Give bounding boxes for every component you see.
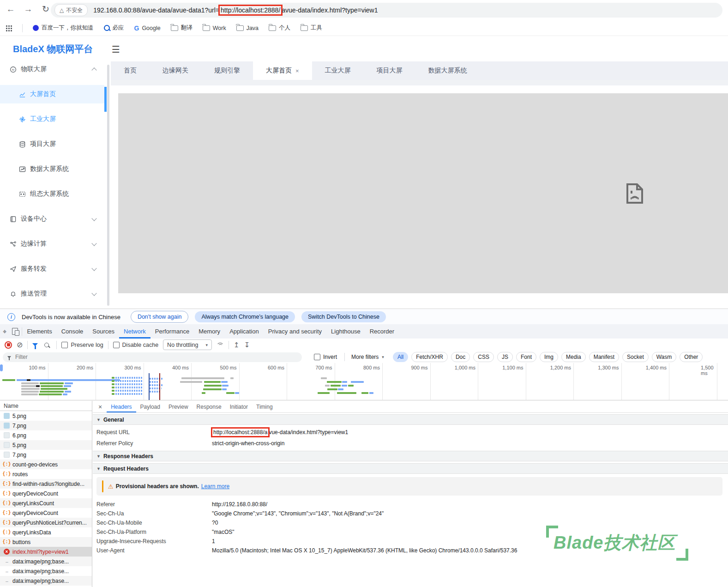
- request-row[interactable]: --data:image/png;base...: [0, 557, 92, 566]
- devtools-tab-lighthouse[interactable]: Lighthouse: [326, 324, 365, 339]
- workspace-tab-3[interactable]: 大屏首页×: [253, 61, 312, 80]
- filter-type-all[interactable]: All: [393, 352, 408, 362]
- request-row[interactable]: {:}queryDeviceCount: [0, 489, 92, 498]
- filter-input[interactable]: [3, 352, 302, 362]
- bookmark-item[interactable]: 必应: [104, 24, 124, 32]
- apps-grid-icon[interactable]: [6, 25, 12, 31]
- device-toolbar-icon[interactable]: [12, 328, 18, 335]
- request-row[interactable]: --data:image/png;base...: [0, 576, 92, 586]
- devtools-tab-performance[interactable]: Performance: [150, 324, 194, 339]
- export-har-icon[interactable]: ↧: [244, 341, 250, 349]
- filter-type-img[interactable]: Img: [540, 352, 558, 362]
- request-row[interactable]: 5.png: [0, 411, 92, 421]
- network-conditions-icon[interactable]: [217, 343, 224, 347]
- request-row[interactable]: {:}buttons: [0, 537, 92, 547]
- switch-to-chinese-button[interactable]: Switch DevTools to Chinese: [301, 311, 386, 322]
- workspace-tab-0[interactable]: 首页: [111, 61, 150, 80]
- checkbox-icon[interactable]: [61, 342, 68, 348]
- filter-type-manifest[interactable]: Manifest: [589, 352, 619, 362]
- request-row[interactable]: ×index.html?type=view1: [0, 547, 92, 557]
- sidebar-item-6[interactable]: 设备中心: [0, 210, 104, 228]
- request-row[interactable]: {:}queryLinksCount: [0, 498, 92, 508]
- devtools-tab-network[interactable]: Network: [119, 324, 150, 339]
- request-row[interactable]: 7.png: [0, 421, 92, 430]
- devtools-tab-recorder[interactable]: Recorder: [365, 324, 399, 339]
- checkbox-icon[interactable]: [314, 354, 320, 360]
- filter-type-wasm[interactable]: Wasm: [652, 352, 677, 362]
- filter-toggle-icon[interactable]: [32, 343, 38, 346]
- filter-type-font[interactable]: Font: [516, 352, 536, 362]
- filter-type-css[interactable]: CSS: [473, 352, 494, 362]
- workspace-tab-1[interactable]: 边缘网关: [150, 61, 201, 80]
- close-details-icon[interactable]: ×: [98, 403, 102, 411]
- sidebar-item-9[interactable]: 推送管理: [0, 284, 104, 303]
- bookmark-item[interactable]: GGoogle: [134, 24, 161, 32]
- record-network-log-icon[interactable]: [5, 341, 12, 349]
- sidebar-item-7[interactable]: 边缘计算: [0, 235, 104, 253]
- sidebar-item-8[interactable]: 服务转发: [0, 260, 104, 278]
- filter-type-fetchxhr[interactable]: Fetch/XHR: [411, 352, 448, 362]
- details-tab-headers[interactable]: Headers: [107, 401, 136, 412]
- network-overview-timeline[interactable]: 100 ms200 ms300 ms400 ms500 ms600 ms700 …: [0, 363, 728, 400]
- sidebar-item-3[interactable]: 项目大屏: [0, 135, 104, 153]
- inspect-element-icon[interactable]: ⌖: [3, 327, 6, 336]
- request-row[interactable]: {:}queryPushNoticeList?curren...: [0, 518, 92, 527]
- sidebar-item-4[interactable]: 数据大屏系统: [0, 160, 104, 178]
- bookmark-item[interactable]: 翻译: [171, 24, 193, 32]
- bookmark-item[interactable]: Java: [236, 25, 259, 31]
- details-tab-initiator[interactable]: Initiator: [226, 401, 252, 412]
- checkbox-icon[interactable]: [113, 342, 120, 348]
- throttling-select[interactable]: No throttling▾: [163, 339, 212, 350]
- sidebar-item-2[interactable]: 工业大屏: [0, 110, 104, 128]
- more-filters-button[interactable]: More filters▾: [351, 354, 384, 360]
- url-text[interactable]: 192.168.0.80:88/avue-data/avue-data1?url…: [93, 6, 378, 14]
- filter-type-js[interactable]: JS: [497, 352, 513, 362]
- bookmark-item[interactable]: 个人: [269, 24, 290, 32]
- workspace-tab-6[interactable]: 数据大屏系统: [415, 61, 480, 80]
- response-headers-section-header[interactable]: ▼Response Headers: [93, 451, 728, 461]
- hamburger-menu-icon[interactable]: ☰: [112, 44, 120, 55]
- general-section-header[interactable]: ▼General: [93, 414, 728, 425]
- clear-network-log-icon[interactable]: ⊘: [17, 340, 23, 349]
- request-row[interactable]: {:}find-within-radius?longitude...: [0, 479, 92, 489]
- overview-handle[interactable]: [0, 364, 3, 371]
- sidebar-item-0[interactable]: AI物联大屏: [0, 60, 104, 79]
- request-row[interactable]: --data:image/png;base...: [0, 566, 92, 576]
- devtools-tab-console[interactable]: Console: [57, 324, 88, 339]
- back-icon[interactable]: ←: [4, 4, 18, 14]
- filter-type-media[interactable]: Media: [561, 352, 586, 362]
- request-row[interactable]: {:}queryDeviceCount: [0, 508, 92, 518]
- details-tab-response[interactable]: Response: [193, 401, 226, 412]
- devtools-tab-sources[interactable]: Sources: [88, 324, 119, 339]
- details-tab-payload[interactable]: Payload: [136, 401, 164, 412]
- search-icon[interactable]: [44, 343, 49, 347]
- filter-type-other[interactable]: Other: [680, 352, 703, 362]
- learn-more-link[interactable]: Learn more: [201, 483, 229, 490]
- bookmark-item[interactable]: 工具: [301, 24, 322, 32]
- request-row[interactable]: {:}count-geo-devices: [0, 460, 92, 469]
- request-row[interactable]: 5.png: [0, 440, 92, 450]
- workspace-tab-5[interactable]: 项目大屏: [364, 61, 415, 80]
- sidebar-item-5[interactable]: 组态大屏系统: [0, 185, 104, 203]
- devtools-tab-elements[interactable]: Elements: [22, 324, 56, 339]
- disable-cache-checkbox[interactable]: Disable cache: [113, 342, 159, 348]
- workspace-tab-4[interactable]: 工业大屏: [312, 61, 364, 80]
- dont-show-again-button[interactable]: Don't show again: [131, 311, 189, 323]
- request-row[interactable]: {:}queryLinksData: [0, 527, 92, 537]
- forward-icon[interactable]: →: [21, 4, 35, 14]
- filter-type-doc[interactable]: Doc: [451, 352, 470, 362]
- sidebar-item-1[interactable]: 大屏首页: [0, 85, 104, 103]
- details-tab-timing[interactable]: Timing: [252, 401, 277, 412]
- devtools-tab-privacy-and-security[interactable]: Privacy and security: [264, 324, 326, 339]
- preserve-log-checkbox[interactable]: Preserve log: [61, 342, 103, 348]
- request-headers-section-header[interactable]: ▼Request Headers: [93, 463, 728, 474]
- workspace-tab-2[interactable]: 规则引擎: [201, 61, 253, 80]
- filter-type-socket[interactable]: Socket: [622, 352, 649, 362]
- name-column-header[interactable]: Name: [0, 401, 92, 411]
- match-language-button[interactable]: Always match Chrome's language: [195, 311, 295, 322]
- devtools-tab-application[interactable]: Application: [225, 324, 264, 339]
- invert-checkbox[interactable]: Invert: [314, 354, 337, 360]
- details-tab-preview[interactable]: Preview: [164, 401, 193, 412]
- request-row[interactable]: 7.png: [0, 450, 92, 460]
- request-row[interactable]: {:}routes: [0, 469, 92, 479]
